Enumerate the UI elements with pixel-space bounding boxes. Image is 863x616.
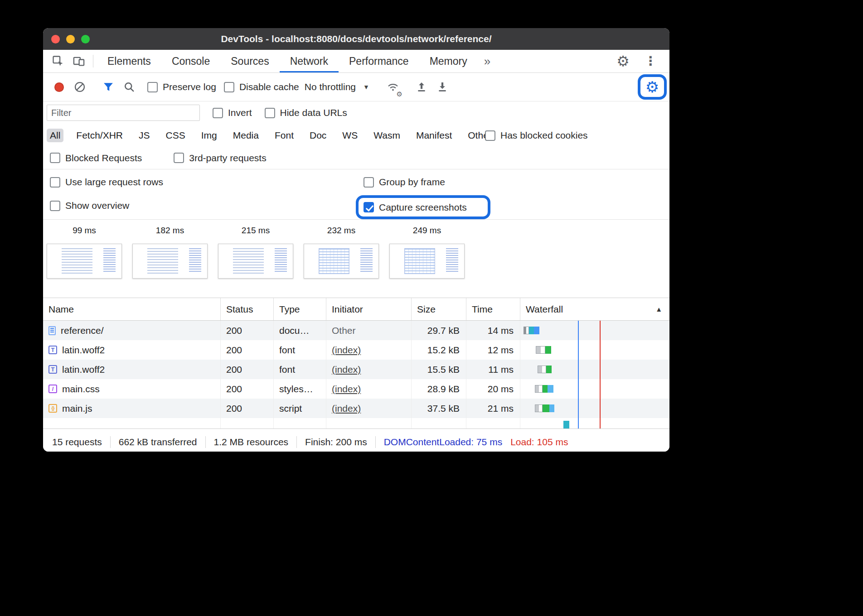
tab-network[interactable]: Network bbox=[280, 50, 339, 72]
initiator-link[interactable]: (index) bbox=[332, 403, 361, 414]
screenshot-thumbnail[interactable] bbox=[218, 244, 293, 279]
window-titlebar[interactable]: DevTools - localhost:8080/docs/devtools/… bbox=[43, 28, 669, 50]
search-button[interactable] bbox=[119, 77, 140, 97]
tabbar-right-controls: ⚙ ⋮ bbox=[616, 50, 669, 72]
request-name: main.js bbox=[62, 403, 92, 414]
waterfall-bar bbox=[520, 360, 669, 379]
filter-type-js[interactable]: JS bbox=[136, 129, 153, 142]
request-size: 29.7 kB bbox=[412, 321, 466, 340]
screenshot-thumbnail[interactable] bbox=[304, 244, 379, 279]
tab-memory[interactable]: Memory bbox=[419, 50, 478, 72]
clear-network-log-button[interactable] bbox=[69, 77, 90, 97]
blocked-requests-label: Blocked Requests bbox=[65, 153, 142, 164]
network-conditions-button[interactable]: ⚙ bbox=[383, 77, 403, 97]
frame-timestamp: 249 ms bbox=[413, 226, 441, 237]
inspect-cursor-icon bbox=[52, 55, 64, 67]
filter-type-media[interactable]: Media bbox=[230, 129, 262, 142]
filter-toggle-button[interactable] bbox=[98, 77, 119, 97]
column-header-waterfall[interactable]: Waterfall ▲ bbox=[520, 298, 669, 320]
divider bbox=[93, 55, 93, 67]
upload-icon bbox=[415, 81, 428, 93]
checkbox-box bbox=[50, 201, 60, 211]
invert-label: Invert bbox=[228, 107, 252, 118]
thumbnail-content bbox=[233, 248, 264, 274]
blocked-requests-checkbox[interactable]: Blocked Requests bbox=[50, 153, 142, 164]
more-options-icon[interactable]: ⋮ bbox=[644, 55, 657, 67]
record-network-log-button[interactable] bbox=[48, 77, 69, 97]
throttling-select[interactable]: No throttling ▼ bbox=[299, 82, 375, 92]
filter-type-fetch-xhr[interactable]: Fetch/XHR bbox=[73, 129, 126, 142]
tab-performance[interactable]: Performance bbox=[339, 50, 419, 72]
screenshot-thumbnail[interactable] bbox=[389, 244, 465, 279]
table-row-main-js[interactable]: main.js 200 script (index) 37.5 kB 21 ms bbox=[43, 399, 669, 418]
table-row-main-css[interactable]: main.css 200 styles… (index) 28.9 kB 20 … bbox=[43, 379, 669, 399]
use-large-request-rows-checkbox[interactable]: Use large request rows bbox=[50, 177, 163, 188]
initiator-link[interactable]: (index) bbox=[332, 345, 361, 356]
column-header-status[interactable]: Status bbox=[221, 298, 274, 320]
tab-sources[interactable]: Sources bbox=[220, 50, 279, 72]
third-party-requests-checkbox[interactable]: 3rd-party requests bbox=[174, 153, 266, 164]
checkbox-box-checked bbox=[364, 202, 374, 212]
disable-cache-label: Disable cache bbox=[239, 82, 299, 92]
waterfall-bar bbox=[520, 418, 669, 428]
table-row-partial[interactable] bbox=[43, 418, 669, 428]
preserve-log-checkbox[interactable]: Preserve log bbox=[147, 82, 216, 92]
table-row-latin-woff2[interactable]: latin.woff2 200 font (index) 15.5 kB 11 … bbox=[43, 360, 669, 379]
device-toolbar-button[interactable] bbox=[68, 50, 89, 72]
tab-console[interactable]: Console bbox=[161, 50, 220, 72]
request-time: 12 ms bbox=[466, 340, 520, 360]
close-window-button[interactable] bbox=[51, 35, 60, 43]
filmstrip-frame: 232 ms bbox=[304, 226, 378, 298]
inspect-element-button[interactable] bbox=[48, 50, 68, 72]
filter-type-ws[interactable]: WS bbox=[339, 129, 361, 142]
has-blocked-cookies-checkbox[interactable]: Has blocked cookies bbox=[485, 124, 588, 147]
filter-type-all[interactable]: All bbox=[47, 129, 63, 142]
initiator-link[interactable]: (index) bbox=[332, 364, 361, 375]
devtools-settings-icon[interactable]: ⚙ bbox=[616, 54, 630, 68]
filter-row: Invert Hide data URLs bbox=[43, 101, 669, 124]
filmstrip-frame: 99 ms bbox=[47, 226, 121, 298]
window-title: DevTools - localhost:8080/docs/devtools/… bbox=[43, 34, 669, 44]
filter-type-wasm[interactable]: Wasm bbox=[370, 129, 403, 142]
column-header-type[interactable]: Type bbox=[274, 298, 326, 320]
transferred-size: 662 kB transferred bbox=[119, 437, 197, 448]
filter-type-manifest[interactable]: Manifest bbox=[413, 129, 455, 142]
column-header-name[interactable]: Name bbox=[43, 298, 221, 320]
network-settings-icon[interactable]: ⚙ bbox=[645, 79, 659, 95]
zoom-window-button[interactable] bbox=[81, 35, 90, 43]
column-header-time[interactable]: Time bbox=[466, 298, 520, 320]
use-large-request-rows-label: Use large request rows bbox=[65, 177, 163, 188]
capture-screenshots-checkbox[interactable]: Capture screenshots bbox=[364, 202, 467, 213]
invert-checkbox[interactable]: Invert bbox=[213, 107, 252, 118]
checkbox-box bbox=[50, 177, 60, 188]
third-party-requests-label: 3rd-party requests bbox=[189, 153, 266, 164]
tab-elements[interactable]: Elements bbox=[97, 50, 161, 72]
document-icon bbox=[48, 326, 56, 335]
filter-type-doc[interactable]: Doc bbox=[306, 129, 330, 142]
table-row-reference[interactable]: reference/ 200 docu… Other 29.7 kB 14 ms bbox=[43, 321, 669, 340]
thumbnail-content bbox=[319, 248, 349, 274]
filter-input[interactable] bbox=[47, 105, 200, 121]
screenshot-thumbnail[interactable] bbox=[47, 244, 122, 279]
column-header-initiator[interactable]: Initiator bbox=[326, 298, 412, 320]
column-header-size[interactable]: Size bbox=[412, 298, 466, 320]
frame-timestamp: 182 ms bbox=[156, 226, 184, 237]
waterfall-label: Waterfall bbox=[526, 304, 563, 315]
table-row-latin-woff2[interactable]: latin.woff2 200 font (index) 15.2 kB 12 … bbox=[43, 340, 669, 360]
hide-data-urls-checkbox[interactable]: Hide data URLs bbox=[265, 107, 347, 118]
disable-cache-checkbox[interactable]: Disable cache bbox=[224, 82, 299, 92]
export-har-button[interactable] bbox=[432, 77, 453, 97]
checkbox-box bbox=[147, 82, 158, 92]
import-har-button[interactable] bbox=[411, 77, 432, 97]
group-by-frame-checkbox[interactable]: Group by frame bbox=[364, 177, 445, 188]
more-tabs-button[interactable]: » bbox=[478, 50, 497, 72]
thumbnail-sidebar bbox=[103, 248, 116, 273]
filmstrip-frame: 249 ms bbox=[390, 226, 464, 298]
show-overview-checkbox[interactable]: Show overview bbox=[50, 200, 129, 211]
filter-type-css[interactable]: CSS bbox=[163, 129, 189, 142]
minimize-window-button[interactable] bbox=[66, 35, 75, 43]
initiator-link[interactable]: (index) bbox=[332, 384, 361, 395]
filter-type-img[interactable]: Img bbox=[198, 129, 220, 142]
filter-type-font[interactable]: Font bbox=[272, 129, 297, 142]
screenshot-thumbnail[interactable] bbox=[132, 244, 208, 279]
